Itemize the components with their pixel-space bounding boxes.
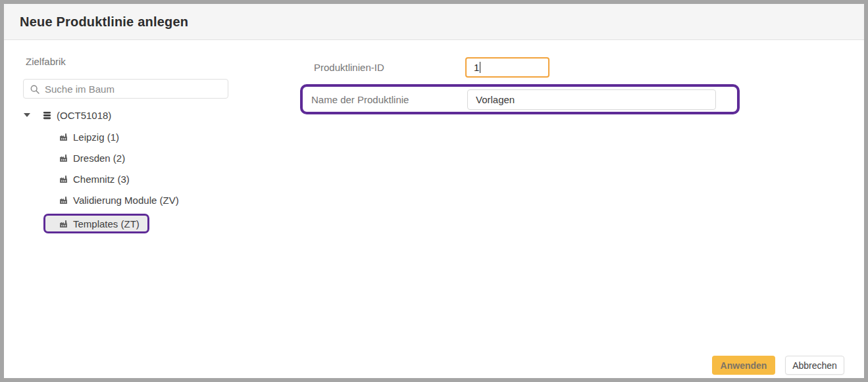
tree-node-leipzig[interactable]: Leipzig (1) xyxy=(59,130,119,144)
tree-search-box xyxy=(23,79,228,99)
dialog-header: Neue Produktlinie anlegen xyxy=(4,4,864,40)
factory-icon xyxy=(59,220,68,228)
tree-node-label: Dresden (2) xyxy=(73,153,125,164)
tree-node-label: Chemnitz (3) xyxy=(73,174,130,185)
tree-node-chemnitz[interactable]: Chemnitz (3) xyxy=(59,172,130,186)
product-line-name-input[interactable] xyxy=(467,89,716,110)
text-cursor xyxy=(480,62,480,73)
tree-node-validierung-module[interactable]: Validierung Module (ZV) xyxy=(59,193,179,207)
factory-icon xyxy=(59,196,68,204)
tree-node-templates-selected[interactable]: Templates (ZT) xyxy=(43,214,149,233)
dialog-body: Zielfabrik (OCT51018) xyxy=(4,40,864,378)
tree-search-input[interactable] xyxy=(24,80,228,98)
caret-down-icon[interactable] xyxy=(24,113,30,117)
cancel-button[interactable]: Abbrechen xyxy=(785,356,844,375)
tree-node-label: Leipzig (1) xyxy=(73,131,119,143)
product-line-id-value: 1 xyxy=(474,62,479,73)
factory-icon xyxy=(59,133,68,141)
tree-node-dresden[interactable]: Dresden (2) xyxy=(59,151,125,165)
tree-children: Leipzig (1) Dresden (2) Chemnitz (3) xyxy=(4,130,179,240)
product-line-id-input[interactable]: 1 xyxy=(465,57,549,78)
apply-button[interactable]: Anwenden xyxy=(712,356,775,375)
tree-root-node[interactable]: (OCT51018) xyxy=(24,108,111,122)
product-line-id-label: Produktlinien-ID xyxy=(314,62,384,73)
tree-node-label: Templates (ZT) xyxy=(73,218,140,229)
target-factory-heading: Zielfabrik xyxy=(26,56,66,67)
tree-root-label: (OCT51018) xyxy=(57,110,111,121)
new-product-line-dialog: Neue Produktlinie anlegen Zielfabrik xyxy=(0,0,868,382)
factory-icon xyxy=(59,175,68,183)
product-line-name-label: Name der Produktlinie xyxy=(311,94,409,105)
factory-icon xyxy=(59,154,68,162)
dialog-title: Neue Produktlinie anlegen xyxy=(20,14,188,30)
database-icon xyxy=(42,110,52,120)
tree-node-label: Validierung Module (ZV) xyxy=(73,195,179,206)
